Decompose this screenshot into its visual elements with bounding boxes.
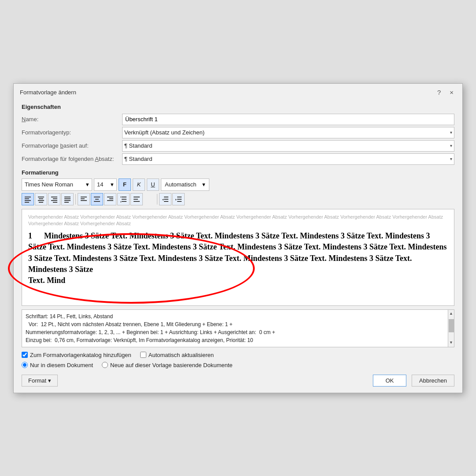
svg-rect-7 xyxy=(39,202,43,203)
outdent-button[interactable] xyxy=(159,193,171,205)
only-doc-text: Nur in diesem Dokument xyxy=(30,362,93,368)
type-select[interactable]: Verknüpft (Absatz und Zeichen) ▾ xyxy=(122,127,454,138)
svg-rect-4 xyxy=(38,197,44,197)
toolbar-separator-2 xyxy=(157,194,157,205)
svg-rect-19 xyxy=(94,197,100,197)
svg-marker-28 xyxy=(120,196,121,198)
based-select[interactable]: ¶ Standard ▾ xyxy=(122,140,454,152)
next-select-arrow: ▾ xyxy=(450,156,452,161)
type-label: Formatvorlagentyp: xyxy=(22,129,119,136)
title-bar: Formatvorlage ändern ? × xyxy=(14,84,462,99)
description-scrollbar[interactable]: ▲ ▼ xyxy=(448,310,454,347)
cancel-button[interactable]: Abbrechen xyxy=(412,375,454,387)
only-doc-radio[interactable] xyxy=(22,362,28,368)
svg-rect-33 xyxy=(164,197,168,197)
name-input[interactable] xyxy=(122,114,454,125)
svg-rect-23 xyxy=(109,198,113,199)
modify-style-dialog: Formatvorlage ändern ? × Eigenschaften N… xyxy=(13,83,463,393)
svg-marker-40 xyxy=(175,199,177,201)
auto-update-checkbox[interactable] xyxy=(140,352,146,358)
properties-grid: Name: Formatvorlagentyp: Verknüpft (Absa… xyxy=(22,114,454,165)
align-left-button[interactable] xyxy=(22,193,34,205)
italic-button[interactable]: K xyxy=(133,178,145,191)
svg-marker-36 xyxy=(162,199,164,201)
svg-rect-26 xyxy=(122,199,126,200)
svg-rect-10 xyxy=(51,200,57,201)
svg-rect-5 xyxy=(39,198,43,199)
dialog-body: Eigenschaften Name: Formatvorlagentyp: V… xyxy=(14,99,462,393)
alignment-toolbar xyxy=(22,193,454,205)
new-docs-label[interactable]: Neue auf dieser Vorlage basierende Dokum… xyxy=(102,362,233,368)
color-dropdown[interactable]: Automatisch ▾ xyxy=(161,178,209,191)
bold-button[interactable]: F xyxy=(119,178,131,191)
close-button[interactable]: × xyxy=(447,88,456,97)
align-left2-button[interactable] xyxy=(78,193,90,205)
align-right2-icon xyxy=(107,196,114,203)
indent-icon xyxy=(175,196,182,203)
svg-rect-39 xyxy=(177,201,182,202)
line-spacing-button[interactable] xyxy=(117,193,130,205)
format-button-label: Format ▾ xyxy=(28,377,51,384)
svg-rect-30 xyxy=(134,197,140,197)
ok-cancel-group: OK Abbrechen xyxy=(373,375,454,387)
color-value: Automatisch xyxy=(165,181,197,188)
options-row: Zum Formatvorlagenkatalog hinzufügen Aut… xyxy=(22,352,454,358)
svg-marker-29 xyxy=(120,201,121,203)
title-bar-controls: ? × xyxy=(435,88,456,97)
svg-rect-37 xyxy=(177,197,182,197)
size-dropdown-arrow: ▾ xyxy=(111,181,114,188)
based-label: Formatvorlage basiert auf: xyxy=(22,142,119,149)
align-justify-button[interactable] xyxy=(61,193,74,205)
indent-button[interactable] xyxy=(172,193,185,205)
svg-rect-11 xyxy=(53,202,57,203)
size-dropdown[interactable]: 14 ▾ xyxy=(94,178,117,191)
scroll-down-arrow[interactable]: ▼ xyxy=(448,339,454,347)
svg-rect-25 xyxy=(122,197,126,197)
description-area: Schriftart: 14 Pt., Fett, Links, Abstand… xyxy=(22,309,454,347)
new-docs-text: Neue auf dieser Vorlage basierende Dokum… xyxy=(110,362,233,368)
svg-rect-14 xyxy=(64,200,71,201)
add-to-catalog-text: Zum Formatvorlagenkatalog hinzufügen xyxy=(30,352,131,358)
outdent-icon xyxy=(162,196,169,203)
underline-button[interactable]: U xyxy=(147,178,159,191)
next-select-value: ¶ Standard xyxy=(124,156,448,162)
font-name: Times New Roman xyxy=(25,181,73,188)
align-center-icon xyxy=(37,196,45,203)
font-dropdown-arrow: ▾ xyxy=(86,181,89,188)
preview-main-text: 1 Mindestens 3 Sätze Text. Mindestens 3 … xyxy=(28,231,448,286)
align-right-button[interactable] xyxy=(48,193,60,205)
align-right2-button[interactable] xyxy=(104,193,116,205)
new-docs-radio[interactable] xyxy=(102,362,108,368)
next-select[interactable]: ¶ Standard ▾ xyxy=(122,153,454,165)
add-to-catalog-label[interactable]: Zum Formatvorlagenkatalog hinzufügen xyxy=(22,352,131,358)
align-center2-button[interactable] xyxy=(91,193,103,205)
preview-content: Mindestens 3 Sätze Text. Mindestens 3 Sä… xyxy=(28,231,447,285)
svg-rect-0 xyxy=(25,197,31,197)
only-doc-label[interactable]: Nur in diesem Dokument xyxy=(22,362,93,368)
font-dropdown[interactable]: Times New Roman ▾ xyxy=(22,178,92,191)
svg-rect-38 xyxy=(177,199,182,200)
scroll-up-arrow[interactable]: ▲ xyxy=(448,310,454,318)
no-indent-button[interactable] xyxy=(130,193,143,205)
no-indent-icon xyxy=(133,196,140,203)
type-select-value: Verknüpft (Absatz und Zeichen) xyxy=(124,129,448,136)
ok-button[interactable]: OK xyxy=(373,375,407,387)
svg-rect-22 xyxy=(107,197,113,197)
radio-group: Nur in diesem Dokument Neue auf dieser V… xyxy=(22,362,454,368)
format-button[interactable]: Format ▾ xyxy=(22,375,58,387)
auto-update-label[interactable]: Automatisch aktualisieren xyxy=(140,352,214,358)
svg-rect-18 xyxy=(81,200,87,201)
based-select-arrow: ▾ xyxy=(450,143,452,148)
align-justify-icon xyxy=(64,196,71,203)
align-left2-icon xyxy=(80,196,87,203)
align-center-button[interactable] xyxy=(35,193,47,205)
bottom-buttons: Format ▾ OK Abbrechen xyxy=(22,375,454,387)
help-button[interactable]: ? xyxy=(435,88,443,97)
svg-rect-21 xyxy=(94,201,100,202)
svg-rect-35 xyxy=(164,201,168,202)
svg-rect-8 xyxy=(51,197,57,197)
preview-area: Vorhergehender Absatz Vorhergehender Abs… xyxy=(22,209,454,306)
font-size: 14 xyxy=(97,181,103,188)
formatting-section-title: Formatierung xyxy=(22,169,454,176)
add-to-catalog-checkbox[interactable] xyxy=(22,352,28,358)
